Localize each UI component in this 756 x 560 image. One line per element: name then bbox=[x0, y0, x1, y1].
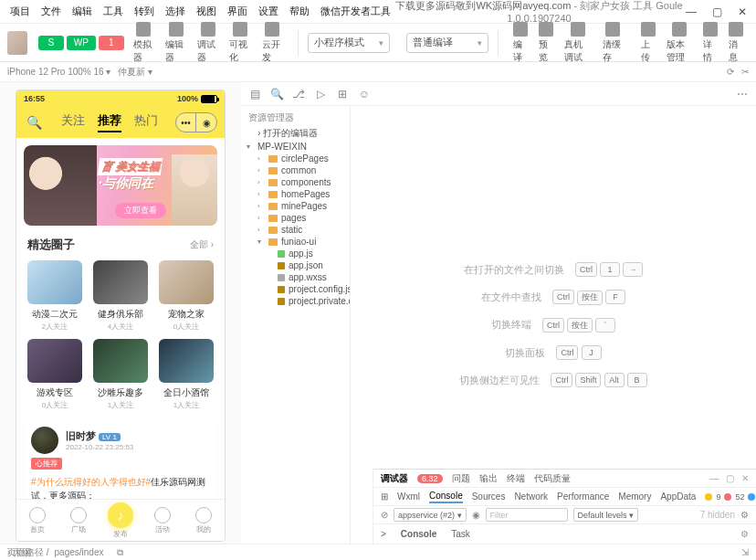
drawer-tab-Console[interactable]: Console bbox=[401, 529, 436, 539]
close-icon[interactable]: ✕ bbox=[734, 4, 751, 20]
console-tab-终端[interactable]: 终端 bbox=[507, 472, 525, 485]
pill-2[interactable]: 1 bbox=[99, 36, 124, 50]
folder-minePages[interactable]: ›minePages bbox=[241, 200, 350, 212]
user-avatar[interactable] bbox=[7, 31, 27, 55]
console-tab-代码质量[interactable]: 代码质量 bbox=[534, 472, 571, 485]
folder-pages[interactable]: ›pages bbox=[241, 212, 350, 224]
title-link[interactable]: 下载更多源码敬到WK源码网avyeq.com bbox=[395, 0, 571, 11]
circle-card[interactable]: 宠物之家0人关注 bbox=[153, 257, 219, 335]
robot-icon[interactable]: ☺ bbox=[358, 88, 371, 100]
circle-card[interactable]: 游戏专区0人关注 bbox=[22, 335, 88, 414]
tabbar-广场[interactable]: 广场 bbox=[58, 500, 100, 541]
device-select[interactable]: iPhone 12 Pro 100% 16 ▾ bbox=[7, 67, 110, 77]
file-project.private.config.js...[interactable]: project.private.config.js... bbox=[241, 295, 350, 307]
circle-card[interactable]: 沙雕乐趣多1人关注 bbox=[88, 335, 153, 414]
nav-tab-推荐[interactable]: 推荐 bbox=[98, 112, 121, 132]
scope-select[interactable]: appservice (#2) ▾ bbox=[394, 508, 467, 522]
minimize-icon[interactable]: — bbox=[683, 4, 699, 20]
maximize-icon[interactable]: ▢ bbox=[709, 4, 725, 20]
tabbar-首页[interactable]: 首页 bbox=[16, 500, 58, 541]
settings2-icon[interactable]: ⚙ bbox=[740, 510, 749, 520]
circle-card[interactable]: 动漫二次元2人关注 bbox=[22, 257, 88, 335]
compile-select[interactable]: 普通编译▾ bbox=[406, 33, 488, 53]
device-extra[interactable]: 仲夏新 ▾ bbox=[118, 66, 152, 79]
capsule-menu-icon[interactable]: ••• bbox=[176, 113, 196, 132]
menu-编辑[interactable]: 编辑 bbox=[68, 3, 97, 20]
rotate-icon[interactable]: ⟳ bbox=[727, 67, 734, 77]
folder-homePages[interactable]: ›homePages bbox=[241, 188, 350, 200]
circle-card[interactable]: 健身俱乐部4人关注 bbox=[88, 257, 153, 335]
tool-编辑器[interactable]: 编辑器 bbox=[160, 22, 192, 64]
console-close-icon[interactable]: ✕ bbox=[741, 473, 749, 483]
ext-icon[interactable]: ⊞ bbox=[336, 88, 349, 100]
tool-消息[interactable]: 消息 bbox=[723, 22, 749, 64]
devtab-Console[interactable]: Console bbox=[429, 491, 463, 503]
folder-funiao-ui[interactable]: ▾funiao-ui bbox=[241, 236, 350, 248]
menu-转到[interactable]: 转到 bbox=[130, 3, 159, 20]
folder-components[interactable]: ›components bbox=[241, 176, 350, 188]
menu-界面[interactable]: 界面 bbox=[223, 3, 252, 20]
tool-版本管理[interactable]: 版本管理 bbox=[661, 22, 698, 64]
mode-select[interactable]: 小程序模式▾ bbox=[308, 33, 390, 53]
menu-视图[interactable]: 视图 bbox=[192, 3, 221, 20]
tool-上传[interactable]: 上传 bbox=[635, 22, 661, 64]
scm-icon[interactable]: ⎇ bbox=[292, 88, 305, 100]
tool-云开发[interactable]: 云开发 bbox=[257, 22, 289, 64]
pill-0[interactable]: S bbox=[38, 36, 64, 50]
run-icon[interactable]: ▷ bbox=[314, 88, 327, 100]
pill-1[interactable]: WP bbox=[67, 36, 96, 50]
copy-icon[interactable]: ⧉ bbox=[117, 547, 123, 558]
tool-详情[interactable]: 详情 bbox=[698, 22, 723, 64]
section-more[interactable]: 全部 › bbox=[190, 238, 214, 251]
file-tree[interactable]: 资源管理器 › 打开的编辑器 ▾MP-WEIXIN ›circlePages›c… bbox=[241, 106, 351, 544]
devtab-Sources[interactable]: Sources bbox=[472, 491, 506, 502]
tool-编译[interactable]: 编译 bbox=[508, 22, 533, 64]
tool-模拟器[interactable]: 模拟器 bbox=[128, 22, 160, 64]
menu-文件[interactable]: 文件 bbox=[37, 3, 66, 20]
console-tab-调试器[interactable]: 调试器 bbox=[381, 472, 408, 485]
search2-icon[interactable]: 🔍 bbox=[270, 88, 283, 100]
filter-input[interactable]: Filter bbox=[486, 508, 568, 522]
tool-真机调试[interactable]: 真机调试 bbox=[559, 22, 597, 64]
circle-card[interactable]: 全日小酒馆1人关注 bbox=[153, 335, 219, 414]
eye-icon[interactable]: ◉ bbox=[472, 510, 480, 520]
explorer-icon[interactable]: ▤ bbox=[248, 88, 261, 100]
status-path[interactable]: pages/index bbox=[55, 547, 104, 557]
devtab-Performance[interactable]: Performance bbox=[557, 491, 609, 502]
levels-select[interactable]: Default levels ▾ bbox=[573, 508, 639, 522]
menu-设置[interactable]: 设置 bbox=[254, 3, 283, 20]
folder-common[interactable]: ›common bbox=[241, 164, 350, 176]
stop-icon[interactable]: ⊘ bbox=[381, 510, 388, 520]
console-min-icon[interactable]: — bbox=[709, 473, 719, 483]
promo-banner[interactable]: 盲 美女生福·与你同在 立即查看 bbox=[24, 145, 217, 226]
collapse-icon[interactable]: ⇲ bbox=[741, 547, 749, 557]
console-tab-问题[interactable]: 问题 bbox=[452, 472, 470, 485]
drawer-tab-Task[interactable]: Task bbox=[451, 529, 470, 539]
tabbar-发布[interactable]: ♪发布 bbox=[100, 500, 142, 541]
capsule-close-icon[interactable]: ◉ bbox=[196, 113, 216, 132]
menu-工具[interactable]: 工具 bbox=[99, 3, 128, 20]
console-gear-icon[interactable]: ⚙ bbox=[740, 529, 749, 539]
console-tab-输出[interactable]: 输出 bbox=[479, 472, 498, 485]
more-icon[interactable]: ⋯ bbox=[736, 88, 749, 100]
nav-tab-关注[interactable]: 关注 bbox=[61, 112, 85, 132]
menu-项目[interactable]: 项目 bbox=[5, 3, 35, 20]
file-project.config.json[interactable]: project.config.json bbox=[241, 283, 350, 295]
search-icon[interactable]: 🔍 bbox=[24, 112, 44, 132]
devtab-AppData[interactable]: AppData bbox=[660, 491, 696, 502]
devtab-Network[interactable]: Network bbox=[514, 491, 548, 502]
devtab-Wxml[interactable]: Wxml bbox=[397, 491, 420, 502]
menu-微信开发者工具[interactable]: 微信开发者工具 bbox=[316, 3, 395, 20]
folder-circlePages[interactable]: ›circlePages bbox=[241, 153, 350, 164]
menu-帮助[interactable]: 帮助 bbox=[285, 3, 314, 20]
tool-清缓存[interactable]: 清缓存 bbox=[597, 22, 628, 64]
tabbar-活动[interactable]: 活动 bbox=[142, 500, 184, 541]
console-max-icon[interactable]: ▢ bbox=[726, 473, 734, 483]
tabbar-我的[interactable]: 我的 bbox=[183, 500, 225, 541]
devtab-Memory[interactable]: Memory bbox=[618, 491, 651, 502]
folder-static[interactable]: ›static bbox=[241, 224, 350, 236]
nav-tab-热门[interactable]: 热门 bbox=[134, 112, 158, 132]
tool-可视化[interactable]: 可视化 bbox=[224, 22, 256, 64]
file-app.wxss[interactable]: app.wxss bbox=[241, 271, 350, 283]
tool-调试器[interactable]: 调试器 bbox=[192, 22, 224, 64]
